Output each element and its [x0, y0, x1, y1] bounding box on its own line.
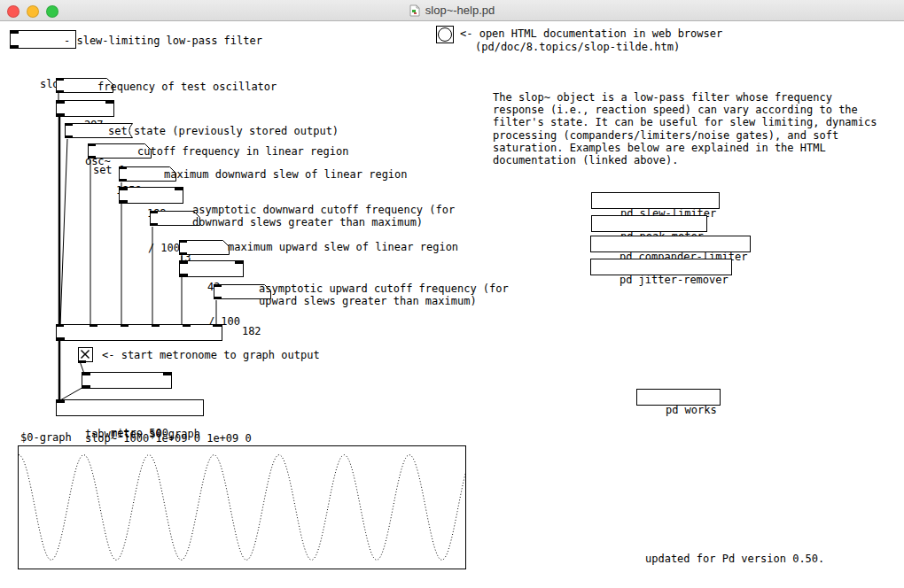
- subpatch-jitter-remover[interactable]: pd jitter-remover: [590, 259, 732, 275]
- outlet-tab: [56, 90, 64, 93]
- object-text: pd jitter-remover: [620, 274, 729, 286]
- inlet-tab: [120, 188, 128, 190]
- outlet-tab: [11, 45, 19, 48]
- comment-slew-filter: - slew-limiting low-pass filter: [64, 35, 262, 47]
- object-box-div100-b[interactable]: / 100: [179, 260, 244, 277]
- sine-wave-plot: [19, 446, 465, 569]
- inlet-tab: [121, 324, 129, 327]
- inlet-tab: [90, 324, 97, 327]
- inlet-tab: [82, 373, 90, 375]
- inlet-tab: [214, 284, 222, 287]
- subpatch-peak-meter[interactable]: pd peak-meter: [591, 215, 707, 232]
- outlet-tab: [82, 385, 90, 388]
- comment-start-metro: <- start metronome to graph output: [102, 349, 320, 361]
- outlet-tab: [57, 337, 65, 340]
- graph-array-label: $0-graph: [20, 431, 72, 444]
- toggle-x-icon: [79, 348, 91, 360]
- outlet-tab: [214, 297, 222, 299]
- comment-updated: updated for Pd version 0.50.: [645, 553, 824, 565]
- inlet-tab: [213, 324, 222, 327]
- outlet-tab: [150, 223, 158, 226]
- pd-patch-window: slop~ - slew-limiting low-pass filter <-…: [0, 0, 904, 588]
- inlet-tab: [235, 261, 243, 264]
- comment-asym-down: asymptotic downward cutoff frequency (fo…: [192, 204, 455, 228]
- window-title: slop~-help.pd: [425, 4, 495, 17]
- inlet-tab: [105, 101, 113, 104]
- titlebar: slop~-help.pd: [0, 0, 904, 21]
- outlet-tab: [65, 135, 73, 138]
- object-box-osc[interactable]: osc~: [56, 100, 114, 117]
- toggle-metronome[interactable]: [78, 347, 93, 362]
- inlet-tab: [56, 78, 64, 81]
- comment-doc-path: (pd/doc/8.topics/slop-tilde.htm): [475, 41, 680, 53]
- inlet-tab: [180, 261, 188, 264]
- inlet-tab: [11, 31, 19, 34]
- subpatch-works[interactable]: pd works: [636, 389, 721, 406]
- outlet-tab: [57, 113, 65, 116]
- outlet-tab: [179, 252, 187, 255]
- object-box-metro[interactable]: metro 500: [82, 372, 172, 389]
- comment-cutoff: cutoff frequency in linear region: [137, 145, 348, 158]
- object-text: pd works: [666, 404, 717, 416]
- comment-set-state: set state (previously stored output): [108, 125, 339, 137]
- comment-max-up: maximum upward slew of linear region: [228, 241, 458, 253]
- inlet-tab: [57, 400, 65, 403]
- window-title-area: slop~-help.pd: [0, 0, 904, 20]
- outlet-tab: [180, 274, 188, 276]
- comment-max-down: maximum downward slew of linear region: [164, 168, 408, 181]
- object-text: tabwrite~ $0-graph: [85, 428, 200, 440]
- inlet-tab: [179, 240, 187, 243]
- number-value: 182: [242, 325, 261, 337]
- waveform-graph: [18, 445, 466, 569]
- inlet-tab: [163, 373, 171, 375]
- subpatch-compander-limiter[interactable]: pd compander-limiter: [590, 236, 751, 252]
- inlet-tab: [183, 324, 191, 327]
- outlet-tab: [78, 360, 86, 363]
- outlet-tab: [120, 200, 128, 203]
- comment-freq-test: frequency of test oscillator: [97, 81, 277, 93]
- inlet-tab: [119, 166, 127, 169]
- object-box-slop-main[interactable]: slop~ 1000 1e+09 0 1e+09 0: [56, 324, 222, 341]
- subpatch-slew-limiter[interactable]: pd slew-limiter: [591, 192, 720, 209]
- outlet-tab: [88, 156, 96, 159]
- inlet-tab: [175, 188, 183, 190]
- inlet-tab: [88, 143, 96, 146]
- inlet-tab: [57, 101, 65, 104]
- inlet-tab: [150, 211, 158, 213]
- comment-open-doc: <- open HTML documentation in web browse…: [460, 27, 722, 40]
- inlet-tab: [56, 324, 64, 327]
- inlet-tab: [65, 123, 73, 126]
- pd-file-icon: [409, 4, 420, 17]
- description-paragraph: The slop~ object is a low-pass filter wh…: [493, 91, 877, 166]
- comment-asym-up: asymptotic upward cutoff frequency (for …: [259, 282, 509, 307]
- inlet-tab: [152, 324, 160, 327]
- outlet-tab: [119, 179, 127, 182]
- bang-circle-icon: [438, 27, 452, 42]
- object-box-tabwrite[interactable]: tabwrite~ $0-graph: [56, 399, 204, 416]
- object-box-div100-a[interactable]: / 100: [119, 187, 183, 204]
- bang-open-doc[interactable]: [436, 26, 454, 43]
- number-box-max-up[interactable]: 42: [179, 240, 230, 255]
